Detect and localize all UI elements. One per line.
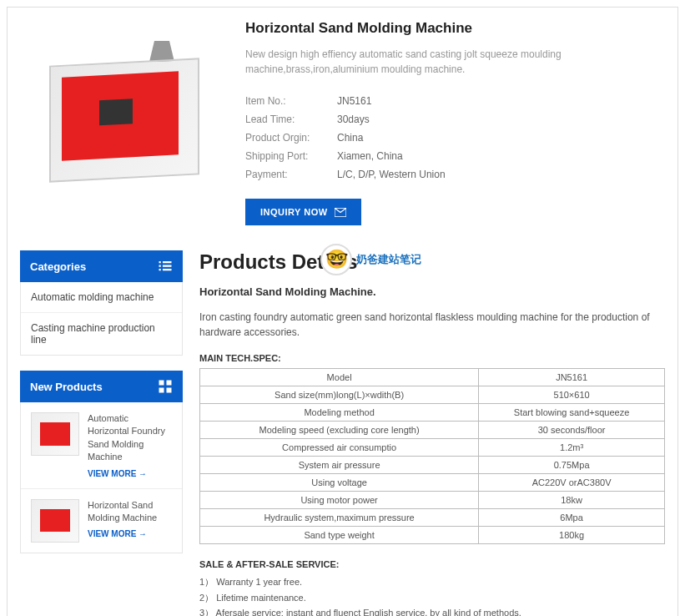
spec-val: 30 seconds/floor [479, 422, 665, 439]
info-label: Item No.: [245, 95, 337, 107]
spec-key: Modeling speed (excluding core length) [200, 422, 479, 439]
spec-val: 0.75Mpa [479, 457, 665, 474]
spec-key: Sand size(mm)long(L)×wdith(B) [200, 386, 479, 404]
list-icon [158, 259, 173, 274]
mail-icon [335, 208, 346, 217]
product-description: New design high effiency automatic sand … [245, 47, 665, 77]
spec-val: 6Mpa [479, 509, 665, 527]
service-item: 1） Warranty 1 year free. [199, 574, 665, 590]
svg-rect-7 [167, 381, 172, 386]
product-info-table: Item No.:JN5161 Lead Time:30days Product… [245, 92, 665, 184]
spec-val: 1.2m³ [479, 439, 665, 457]
spec-key: Compressed air consumptio [200, 439, 479, 457]
info-value: China [337, 132, 363, 144]
inquiry-button[interactable]: INQUIRY NOW [245, 199, 361, 225]
spec-val: JN5161 [479, 369, 665, 386]
details-description: Iron casting foundry automatic green san… [199, 310, 665, 340]
info-label: Lead Time: [245, 114, 337, 125]
avatar-badge: 🤓 奶爸建站笔记 [320, 244, 421, 275]
new-product-title: Horizontal Sand Molding Machine [88, 499, 172, 525]
view-more-link[interactable]: VIEW MORE → [88, 469, 172, 478]
avatar-icon: 🤓 [320, 244, 352, 275]
svg-rect-3 [163, 265, 172, 267]
spec-key: System air pressure [200, 457, 479, 474]
spec-table: ModelJN5161 Sand size(mm)long(L)×wdith(B… [199, 368, 665, 544]
service-item: 2） Lifetime maintenance. [199, 590, 665, 606]
spec-val: 510×610 [479, 386, 665, 404]
svg-rect-6 [159, 381, 164, 386]
service-list: 1） Warranty 1 year free. 2） Lifetime mai… [199, 574, 665, 616]
product-thumbnail [31, 499, 79, 543]
new-products-title: New Products [30, 381, 103, 393]
svg-rect-4 [159, 269, 161, 270]
inquiry-button-label: INQUIRY NOW [260, 207, 328, 217]
avatar-text: 奶爸建站笔记 [356, 252, 421, 267]
info-value: 30days [337, 114, 370, 125]
info-value: L/C, D/P, Western Union [337, 169, 446, 180]
spec-label: MAIN TECH.SPEC: [199, 353, 665, 363]
spec-key: Using motor power [200, 492, 479, 509]
view-more-link[interactable]: VIEW MORE → [88, 529, 172, 538]
product-thumbnail [31, 412, 79, 456]
grid-icon [158, 379, 173, 394]
spec-val: AC220V orAC380V [479, 474, 665, 492]
product-image [20, 20, 229, 204]
category-item[interactable]: Casting machine production line [21, 313, 182, 355]
spec-key: Modeling method [200, 404, 479, 422]
spec-key: Using voltage [200, 474, 479, 492]
spec-val: Start blowing sand+squeeze [479, 404, 665, 422]
spec-val: 18kw [479, 492, 665, 509]
info-label: Payment: [245, 169, 337, 180]
service-title: SALE & AFTER-SALE SERVICE: [199, 559, 665, 569]
svg-rect-9 [167, 388, 172, 393]
details-heading: Products Details 🤓 奶爸建站笔记 [199, 250, 665, 274]
new-products-header: New Products [20, 371, 183, 402]
spec-key: Hydraulic system,maximum pressure [200, 509, 479, 527]
svg-rect-8 [159, 388, 164, 393]
svg-rect-0 [159, 261, 161, 263]
service-item: 3） Afersale service: instant and fluenct… [199, 605, 665, 616]
details-subtitle: Horizontal Sand Molding Machine. [199, 285, 665, 298]
product-title: Horizontal Sand Molding Machine [245, 20, 665, 37]
categories-title: Categories [30, 260, 86, 273]
categories-header: Categories [20, 250, 183, 282]
spec-key: Model [200, 369, 479, 386]
info-label: Shipping Port: [245, 150, 337, 162]
svg-rect-5 [163, 269, 172, 270]
new-product-title: Automatic Horizontal Foundry Sand Moldin… [88, 412, 172, 464]
info-value: Xiamen, China [337, 150, 403, 162]
category-item[interactable]: Automatic molding machine [21, 282, 182, 313]
info-value: JN5161 [337, 95, 371, 107]
new-product-item[interactable]: Automatic Horizontal Foundry Sand Moldin… [21, 402, 182, 489]
new-product-item[interactable]: Horizontal Sand Molding Machine VIEW MOR… [21, 489, 182, 553]
svg-rect-1 [163, 261, 172, 263]
svg-rect-2 [159, 265, 161, 267]
spec-val: 180kg [479, 527, 665, 544]
info-label: Product Orgin: [245, 132, 337, 144]
spec-key: Sand type weight [200, 527, 479, 544]
